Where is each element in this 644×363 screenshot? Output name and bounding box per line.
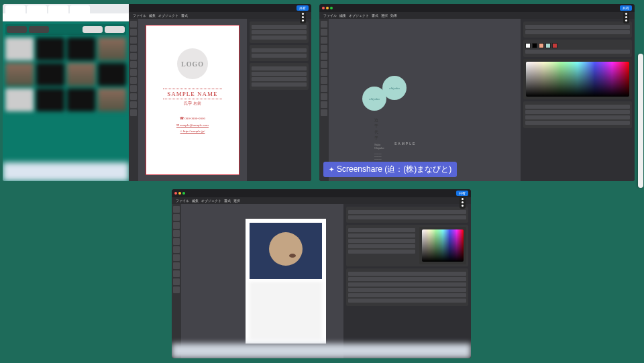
- share-button[interactable]: 共有: [297, 5, 309, 11]
- panel-layers-color[interactable]: [346, 225, 468, 266]
- tool[interactable]: [173, 238, 180, 245]
- swatch[interactable]: [525, 43, 531, 48]
- tool[interactable]: [173, 230, 180, 237]
- tool[interactable]: [130, 85, 137, 92]
- card-name: SAMPLE NAME: [163, 89, 221, 99]
- panel-layers[interactable]: [250, 45, 309, 61]
- canvas[interactable]: [181, 204, 343, 358]
- participant-thumb: [67, 89, 95, 111]
- tool[interactable]: [321, 109, 327, 116]
- tool[interactable]: [130, 37, 137, 44]
- tool[interactable]: [130, 29, 137, 36]
- tool[interactable]: [321, 53, 327, 60]
- menu-item[interactable]: ファイル: [176, 199, 189, 203]
- participant-tile-3: 共有 ファイル 編集 オブジェクト 書式 選択: [172, 189, 471, 358]
- tool[interactable]: [173, 262, 180, 269]
- panel-layers[interactable]: [523, 101, 632, 128]
- menu-item[interactable]: 書式: [372, 13, 378, 17]
- tool[interactable]: [173, 206, 180, 213]
- tool[interactable]: [130, 21, 137, 28]
- tool[interactable]: [130, 109, 137, 116]
- canvas[interactable]: chiyoko 迫 千代子 Sako Chiyoko ─────────────…: [329, 19, 521, 181]
- tool[interactable]: [173, 270, 180, 277]
- swatch[interactable]: [545, 43, 551, 48]
- menu-item[interactable]: 書式: [224, 199, 231, 203]
- tile-menu-icon[interactable]: [300, 11, 306, 23]
- side-panel-peek[interactable]: [638, 54, 643, 188]
- tile-menu-icon[interactable]: [460, 196, 466, 209]
- toolbox[interactable]: [172, 204, 181, 358]
- menu-item[interactable]: ファイル: [133, 13, 146, 17]
- tool[interactable]: [321, 69, 327, 76]
- browser-urlbar[interactable]: [3, 13, 129, 21]
- menu-item[interactable]: オブジェクト: [201, 199, 221, 203]
- sparkle-icon: ✦: [329, 166, 334, 173]
- tool[interactable]: [321, 85, 327, 92]
- tool[interactable]: [130, 93, 137, 100]
- swatch[interactable]: [552, 43, 557, 48]
- color-picker[interactable]: [523, 59, 632, 99]
- tool[interactable]: [130, 101, 137, 108]
- tool[interactable]: [130, 53, 137, 60]
- menubar[interactable]: ファイル 編集 オブジェクト 書式 選択 効果: [319, 12, 635, 19]
- tool[interactable]: [173, 278, 180, 285]
- menu-item[interactable]: 編集: [192, 199, 199, 203]
- browser-tab[interactable]: [27, 5, 47, 13]
- browser-tab[interactable]: [5, 5, 25, 13]
- tool[interactable]: [130, 61, 137, 68]
- toolbox[interactable]: [319, 19, 329, 181]
- menu-item[interactable]: 効果: [390, 13, 397, 17]
- tool[interactable]: [130, 45, 137, 52]
- tool[interactable]: [321, 61, 327, 68]
- tool[interactable]: [321, 101, 327, 108]
- window-controls[interactable]: [322, 7, 333, 9]
- tool[interactable]: [321, 21, 327, 28]
- tool[interactable]: [173, 246, 180, 253]
- menu-item[interactable]: 書式: [181, 13, 188, 17]
- tool[interactable]: [321, 29, 327, 36]
- panel-properties[interactable]: [523, 21, 632, 38]
- card-kanji-name: 氏字 名前: [156, 101, 229, 107]
- panel-misc[interactable]: [346, 268, 468, 306]
- header-pill: [105, 26, 125, 33]
- menubar[interactable]: ファイル 編集 オブジェクト 書式: [129, 12, 311, 19]
- panel-properties[interactable]: [346, 207, 468, 223]
- tool[interactable]: [173, 287, 180, 293]
- panel-properties[interactable]: [250, 21, 309, 43]
- canvas[interactable]: LOGO SAMPLE NAME 氏字 名前 ☎ 000-0000-0000 ✉…: [138, 19, 247, 181]
- participant-thumb: [67, 38, 95, 60]
- menu-item[interactable]: 選択: [233, 199, 240, 203]
- tool[interactable]: [321, 77, 327, 84]
- window-controls[interactable]: [174, 192, 185, 195]
- panel-swatches[interactable]: [523, 40, 632, 57]
- menu-item[interactable]: オブジェクト: [158, 13, 178, 17]
- menu-item[interactable]: オブジェクト: [349, 13, 369, 17]
- menu-item[interactable]: 選択: [381, 13, 388, 17]
- color-picker[interactable]: [419, 227, 466, 264]
- tool[interactable]: [321, 93, 327, 100]
- menubar[interactable]: ファイル 編集 オブジェクト 書式 選択: [172, 197, 471, 204]
- browser-tabs[interactable]: [3, 4, 129, 13]
- tool[interactable]: [173, 222, 180, 229]
- tool[interactable]: [173, 254, 180, 261]
- card-lower-area: [250, 282, 322, 340]
- browser-tab[interactable]: [70, 5, 90, 13]
- tool[interactable]: [130, 69, 137, 76]
- tool[interactable]: [173, 214, 180, 221]
- tile-menu-icon[interactable]: [623, 11, 629, 23]
- tool[interactable]: [130, 77, 137, 84]
- participant-thumb: [67, 63, 95, 86]
- menu-item[interactable]: 編集: [149, 13, 156, 17]
- tool[interactable]: [321, 37, 327, 44]
- panel-misc[interactable]: [250, 63, 309, 90]
- swatch[interactable]: [532, 43, 537, 48]
- tool[interactable]: [321, 45, 327, 52]
- browser-tab[interactable]: [48, 5, 68, 13]
- menu-item[interactable]: ファイル: [323, 13, 337, 17]
- toolbox[interactable]: [129, 19, 138, 181]
- participant-thumb: [98, 63, 126, 86]
- menu-item[interactable]: 編集: [339, 13, 346, 17]
- swatch[interactable]: [539, 43, 544, 48]
- share-button[interactable]: 共有: [456, 191, 468, 196]
- share-button[interactable]: 共有: [620, 5, 632, 11]
